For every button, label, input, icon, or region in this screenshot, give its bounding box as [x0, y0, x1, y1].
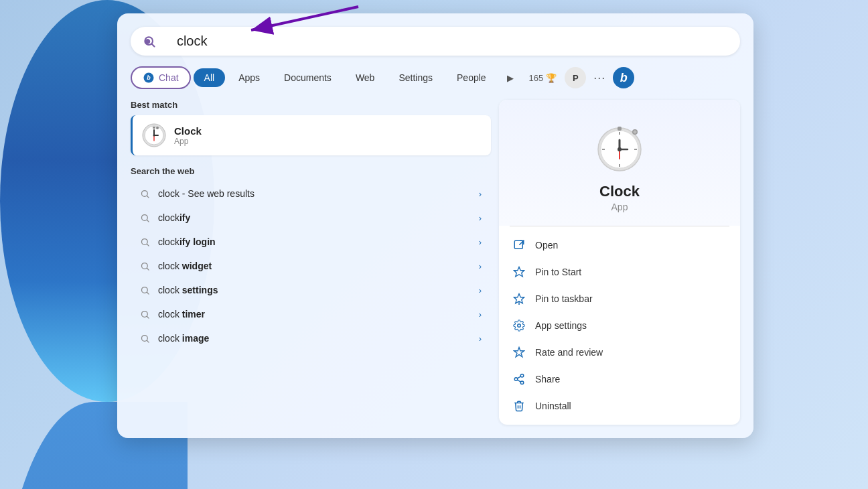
svg-line-15 — [147, 196, 149, 198]
action-app-settings-label: App settings — [535, 320, 587, 331]
profile-initial: P — [573, 73, 579, 83]
web-search-icon-5 — [140, 309, 150, 320]
more-icon: ··· — [593, 71, 605, 85]
svg-line-1 — [152, 44, 155, 46]
uninstall-icon — [512, 399, 526, 413]
bing-chat-icon: b — [143, 72, 155, 84]
tab-chat-label: Chat — [159, 72, 179, 83]
bing-button[interactable]: b — [613, 67, 634, 88]
web-result-0[interactable]: clock - See web results › — [131, 182, 491, 206]
rate-icon — [512, 346, 526, 359]
action-rate-label: Rate and review — [535, 347, 603, 358]
score-value: 165 — [529, 73, 544, 83]
tab-people-label: People — [457, 72, 486, 83]
tab-apps[interactable]: Apps — [228, 68, 271, 87]
web-result-arrow-3: › — [479, 261, 482, 271]
action-uninstall[interactable]: Uninstall — [499, 393, 740, 419]
action-pin-start-label: Pin to Start — [535, 267, 581, 277]
tab-all-label: All — [204, 72, 215, 83]
web-result-text-6: clock image — [158, 333, 471, 344]
open-icon — [512, 238, 526, 252]
web-result-text-2: clockify login — [158, 236, 471, 247]
search-input[interactable] — [158, 33, 727, 49]
best-match-item[interactable]: Clock App — [131, 115, 491, 155]
right-panel-top: Clock App — [499, 100, 740, 226]
svg-line-19 — [147, 244, 149, 246]
web-search-icon-4 — [140, 285, 150, 295]
svg-text:b: b — [147, 74, 151, 81]
best-match-app-name: Clock — [174, 125, 202, 137]
web-result-6[interactable]: clock image › — [131, 326, 491, 350]
action-uninstall-label: Uninstall — [535, 401, 571, 411]
web-result-5[interactable]: clock timer › — [131, 302, 491, 326]
action-rate[interactable]: Rate and review — [499, 339, 740, 366]
svg-rect-41 — [514, 240, 522, 249]
web-result-arrow-2: › — [479, 237, 482, 247]
web-result-text-4: clock settings — [158, 285, 471, 295]
action-pin-taskbar-label: Pin to taskbar — [535, 293, 593, 304]
tab-web[interactable]: Web — [345, 68, 386, 87]
action-open-label: Open — [535, 240, 558, 251]
action-app-settings[interactable]: App settings — [499, 312, 740, 339]
tab-chat[interactable]: b Chat — [131, 66, 191, 89]
svg-point-11 — [153, 135, 155, 137]
right-panel: Clock App Open — [499, 100, 740, 425]
svg-line-48 — [517, 380, 520, 382]
svg-line-17 — [147, 220, 149, 222]
web-result-arrow-4: › — [479, 285, 482, 295]
tab-settings[interactable]: Settings — [388, 68, 443, 87]
web-result-arrow-0: › — [479, 189, 482, 199]
tab-documents-label: Documents — [284, 72, 332, 83]
svg-line-27 — [147, 340, 149, 342]
svg-point-47 — [520, 381, 524, 385]
action-pin-taskbar[interactable]: Pin to taskbar — [499, 285, 740, 312]
action-share[interactable]: Share — [499, 366, 740, 393]
svg-point-44 — [518, 324, 521, 328]
tab-documents[interactable]: Documents — [273, 68, 342, 87]
svg-line-49 — [517, 376, 520, 378]
tab-apps-label: Apps — [238, 72, 260, 83]
trophy-icon: 🏆 — [546, 73, 557, 83]
right-panel-app-name: Clock — [599, 183, 640, 200]
tab-settings-label: Settings — [399, 72, 433, 83]
score-display: 165 🏆 — [524, 70, 563, 86]
svg-line-23 — [147, 292, 149, 294]
web-search-icon-2 — [140, 237, 150, 247]
content-area: Best match — [131, 100, 740, 425]
tab-web-label: Web — [356, 72, 375, 83]
web-result-1[interactable]: clockify › — [131, 206, 491, 230]
action-open[interactable]: Open — [499, 232, 740, 259]
web-search-icon-1 — [140, 213, 150, 223]
action-pin-start[interactable]: Pin to Start — [499, 259, 740, 285]
svg-line-25 — [147, 316, 149, 318]
web-result-4[interactable]: clock settings › — [131, 278, 491, 302]
pin-start-icon — [512, 265, 526, 279]
profile-button[interactable]: P — [565, 67, 586, 88]
web-result-text-1: clockify — [158, 212, 471, 223]
more-button[interactable]: ··· — [589, 67, 610, 88]
best-match-title: Best match — [131, 100, 491, 110]
web-search-icon-6 — [140, 334, 150, 344]
filter-tabs: b Chat All Apps Documents Web Settings P… — [131, 66, 740, 89]
right-panel-app-type: App — [611, 202, 628, 212]
web-result-arrow-1: › — [479, 213, 482, 223]
web-search-icon-0 — [140, 189, 150, 199]
clock-app-icon-large — [593, 120, 646, 173]
play-button[interactable]: ▶ — [500, 67, 521, 88]
svg-line-21 — [147, 268, 149, 270]
web-result-arrow-6: › — [479, 334, 482, 344]
search-bar: ● — [131, 27, 740, 56]
web-result-3[interactable]: clock widget › — [131, 254, 491, 278]
svg-rect-38 — [618, 127, 622, 131]
left-panel: Best match — [131, 100, 491, 425]
web-result-text-5: clock timer — [158, 309, 471, 320]
bing-icon: b — [620, 71, 628, 85]
tab-people[interactable]: People — [446, 68, 497, 87]
web-search-title: Search the web — [131, 166, 491, 176]
svg-point-45 — [520, 374, 524, 378]
tab-all[interactable]: All — [194, 68, 226, 87]
web-result-2[interactable]: clockify login › — [131, 230, 491, 254]
best-match-app-type: App — [174, 137, 202, 146]
best-match-app-info: Clock App — [174, 125, 202, 146]
share-icon — [512, 372, 526, 386]
